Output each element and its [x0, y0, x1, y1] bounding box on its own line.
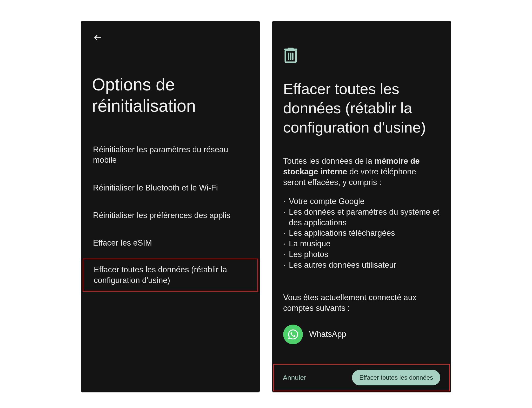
erase-all-data-item[interactable]: Effacer toutes les données (rétablir la … [83, 259, 258, 292]
list-item: ·La musique [283, 239, 440, 249]
reset-options-list: Réinitialiser les paramètres du réseau m… [81, 138, 260, 292]
back-button[interactable] [92, 32, 103, 44]
list-item: ·Les photos [283, 249, 440, 260]
arrow-left-icon [93, 33, 102, 43]
page-title: Effacer toutes les données (rétablir la … [283, 79, 440, 137]
erase-all-data-screen: Effacer toutes les données (rétablir la … [272, 21, 451, 392]
page-title: Options de réinitialisation [92, 74, 249, 117]
footer-actions: Annuler Effacer toutes les données [273, 364, 450, 391]
erase-bullet-list: ·Votre compte Google ·Les données et par… [283, 196, 440, 271]
cancel-button[interactable]: Annuler [283, 374, 306, 382]
reset-app-preferences-item[interactable]: Réinitialiser les préférences des applis [81, 203, 260, 227]
reset-bluetooth-wifi-item[interactable]: Réinitialiser le Bluetooth et le Wi-Fi [81, 176, 260, 200]
account-row: WhatsApp [283, 325, 440, 344]
body-text-pre: Toutes les données de la [283, 156, 375, 166]
list-item: ·Les autres données utilisateur [283, 260, 440, 271]
reset-options-screen: Options de réinitialisation Réinitialise… [81, 21, 260, 392]
list-item: ·Les données et paramètres du système et… [283, 207, 440, 228]
svg-rect-3 [284, 49, 297, 50]
erase-all-data-button[interactable]: Effacer toutes les données [352, 370, 440, 385]
accounts-label: Vous êtes actuellement connecté aux comp… [283, 292, 440, 314]
trash-icon [283, 47, 298, 63]
account-name: WhatsApp [309, 329, 346, 340]
erase-description: Toutes les données de la mémoire de stoc… [283, 156, 440, 344]
reset-mobile-network-item[interactable]: Réinitialiser les paramètres du réseau m… [81, 138, 260, 172]
whatsapp-icon [283, 325, 303, 344]
list-item: ·Les applications téléchargées [283, 228, 440, 239]
erase-esim-item[interactable]: Effacer les eSIM [81, 231, 260, 255]
list-item: ·Votre compte Google [283, 196, 440, 207]
